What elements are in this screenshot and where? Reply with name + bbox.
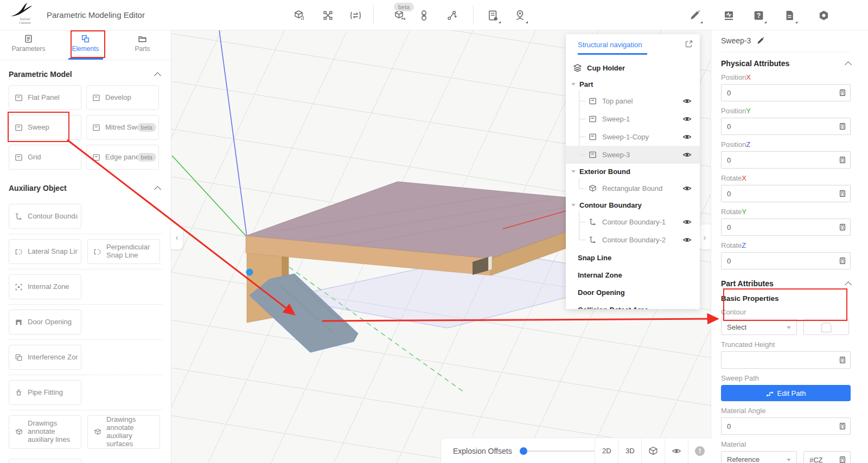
calculator-icon[interactable]: [839, 356, 846, 364]
rename-pencil-icon[interactable]: [756, 37, 764, 45]
origin-handle[interactable]: [246, 269, 253, 276]
branch-icon[interactable]: [442, 5, 462, 25]
eye-icon[interactable]: [682, 150, 692, 159]
drawing-annotation-solids-button[interactable]: Drawing annotation auxiliary solids: [9, 459, 81, 463]
tree-group-internal-zone[interactable]: Internal Zone: [566, 266, 700, 284]
cube-grid-icon[interactable]: [290, 5, 309, 25]
view-2d-button[interactable]: 2D: [595, 439, 618, 463]
calculator-icon[interactable]: [839, 422, 846, 430]
tree-item-rectangular-bound[interactable]: Rectangular Bound: [566, 179, 700, 197]
visibility-button[interactable]: [665, 439, 688, 463]
slider-thumb[interactable]: [520, 447, 527, 455]
mitred-sweep-button[interactable]: Mitred Sweepbeta: [86, 115, 159, 140]
internal-zone-button[interactable]: Internal Zone: [9, 274, 81, 299]
material-select[interactable]: Reference: [721, 451, 797, 463]
contour-select[interactable]: Select: [721, 319, 797, 335]
rotatey-input[interactable]: [722, 223, 850, 232]
annotate-3d-icon: [93, 428, 101, 436]
internal-zone-icon: [15, 283, 23, 291]
eye-icon[interactable]: [682, 184, 692, 193]
eye-icon[interactable]: [682, 97, 692, 106]
positiony-input[interactable]: [722, 123, 850, 131]
warning-button[interactable]: !: [688, 439, 711, 463]
tree-item-contour-boundary-1[interactable]: Contour Boundary-1: [566, 213, 700, 231]
lateral-snap-line-button[interactable]: Lateral Snap Line: [9, 239, 81, 264]
toolbar-divider: [373, 5, 374, 24]
tab-elements[interactable]: Elements: [57, 30, 114, 60]
positionx-input[interactable]: [722, 89, 850, 97]
rotatez-input[interactable]: [722, 257, 850, 265]
tree-item-sweep-1[interactable]: Sweep-1: [566, 110, 700, 128]
eye-icon[interactable]: [682, 114, 692, 124]
section-parametric-model[interactable]: Parametric Model: [0, 70, 171, 79]
material-angle-input[interactable]: [722, 422, 850, 430]
structural-navigation-tab[interactable]: Structural navigation: [578, 41, 642, 49]
door-opening-button[interactable]: Door Opening: [9, 310, 81, 335]
develop-button[interactable]: Develop: [86, 85, 159, 110]
parameters-icon: [24, 34, 33, 43]
tree-group-snap-line[interactable]: Snap Line: [566, 249, 700, 266]
pencil-tool-icon[interactable]: [685, 5, 704, 25]
tree-item-contour-boundary-2[interactable]: Contour Boundary-2: [566, 231, 700, 249]
pipe-fitting-button[interactable]: Pipe Fitting: [9, 380, 81, 405]
grid-button[interactable]: Grid: [9, 145, 81, 170]
tree-group-collision-detect-area[interactable]: Collision Detect Area: [566, 301, 700, 309]
section-auxiliary-object[interactable]: Auxiliary Object: [0, 184, 171, 192]
perpendicular-snap-line-button[interactable]: Perpendicular Snap Line: [87, 239, 160, 264]
sweep-button[interactable]: Sweep: [9, 115, 81, 140]
panel-icon: [589, 133, 597, 141]
link-icon[interactable]: [414, 5, 433, 25]
edit-path-button[interactable]: Edit Path: [721, 385, 851, 401]
pattern-icon[interactable]: [318, 5, 337, 25]
part-attributes-header[interactable]: Part Attributes: [721, 279, 851, 288]
tab-parameters[interactable]: Parameters: [0, 30, 57, 60]
tree-item-sweep-3[interactable]: Sweep-3: [566, 146, 700, 164]
chevron-up-icon: [845, 61, 852, 68]
flat-panel-button[interactable]: Flat Panel: [9, 85, 81, 110]
cube-view-button[interactable]: [641, 439, 665, 463]
expand-panel-icon[interactable]: [685, 40, 693, 48]
calculator-icon[interactable]: [839, 190, 846, 197]
rotatex-input[interactable]: [722, 190, 850, 198]
rotatey-field: [721, 218, 851, 236]
calculator-icon[interactable]: [839, 223, 846, 231]
tree-group-door-opening[interactable]: Door Opening: [566, 284, 700, 301]
contour-preview[interactable]: [803, 319, 849, 335]
collapse-left-panel-button[interactable]: ‹: [171, 224, 183, 249]
interference-zone-button[interactable]: Interference Zone: [9, 345, 81, 370]
calculator-icon[interactable]: [839, 257, 846, 265]
location-pin-icon[interactable]: [510, 5, 529, 25]
tree-group-part[interactable]: Part: [566, 76, 700, 92]
swap-icon[interactable]: [346, 5, 365, 25]
collapse-right-panel-button[interactable]: ›: [699, 224, 711, 249]
eye-icon[interactable]: [682, 132, 692, 142]
tab-parts[interactable]: Parts: [114, 30, 171, 60]
activity-icon[interactable]: [719, 5, 738, 25]
eye-icon[interactable]: [682, 235, 692, 245]
document-icon[interactable]: [780, 5, 799, 25]
drawings-annotate-lines-button[interactable]: Drawings annotate auxiliary lines: [9, 415, 81, 449]
view-3d-button[interactable]: 3D: [618, 439, 641, 463]
calculator-icon[interactable]: [839, 156, 846, 164]
calculator-icon[interactable]: [839, 456, 846, 463]
document-export-icon[interactable]: [483, 5, 502, 25]
positionz-input[interactable]: [722, 156, 850, 164]
tree-group-contour-boundary[interactable]: Contour Boundary: [566, 197, 700, 213]
tree-group-exterior-bound[interactable]: Exterior Bound: [566, 164, 700, 179]
eye-icon[interactable]: [682, 217, 692, 227]
settings-nut-icon[interactable]: [814, 5, 833, 25]
physical-attributes-header[interactable]: Physical Attributes: [721, 59, 851, 68]
tree-item-top-panel[interactable]: Top panel: [566, 92, 700, 110]
truncated-height-label: Truncated Height: [721, 340, 851, 349]
calculator-icon[interactable]: [839, 89, 846, 97]
calculator-icon[interactable]: [839, 123, 846, 130]
tree-item-sweep-1-copy[interactable]: Sweep-1-Copy: [566, 128, 700, 146]
contour-boundary-button[interactable]: Contour Boundary: [9, 204, 81, 229]
explosion-offsets-slider[interactable]: [521, 451, 595, 452]
chevron-up-icon: [845, 281, 852, 288]
tree-root-cup-holder[interactable]: Cup Holder: [566, 59, 700, 76]
truncated-height-input[interactable]: [722, 356, 850, 364]
help-icon[interactable]: [749, 5, 768, 25]
drawings-annotate-surfaces-button[interactable]: Drawings annotate auxiliary surfaces: [87, 415, 160, 449]
edge-panel-button[interactable]: Edge panelbeta: [86, 145, 159, 170]
